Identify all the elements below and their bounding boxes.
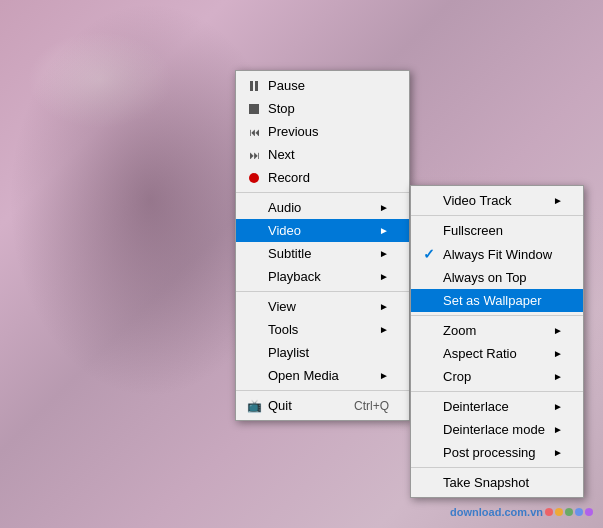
submenu-always-on-top[interactable]: Always on Top	[411, 266, 583, 289]
submenu-sep-1	[411, 215, 583, 216]
menu-item-record[interactable]: Record	[236, 166, 409, 189]
stop-icon	[244, 104, 264, 114]
video-submenu: Video Track ► Fullscreen ✓ Always Fit Wi…	[410, 185, 584, 498]
take-snapshot-label: Take Snapshot	[443, 475, 563, 490]
submenu-fullscreen[interactable]: Fullscreen	[411, 219, 583, 242]
pause-label: Pause	[268, 78, 389, 93]
menu-item-subtitle[interactable]: Subtitle ►	[236, 242, 409, 265]
video-label: Video	[268, 223, 371, 238]
view-label: View	[268, 299, 371, 314]
menu-item-pause[interactable]: Pause	[236, 74, 409, 97]
record-icon	[244, 173, 264, 183]
submenu-zoom[interactable]: Zoom ►	[411, 319, 583, 342]
submenu-take-snapshot[interactable]: Take Snapshot	[411, 471, 583, 494]
fullscreen-label: Fullscreen	[443, 223, 563, 238]
submenu-aspect-ratio[interactable]: Aspect Ratio ►	[411, 342, 583, 365]
watermark: download.com.vn	[450, 506, 593, 518]
audio-label: Audio	[268, 200, 371, 215]
submenu-deinterlace-mode[interactable]: Deinterlace mode ►	[411, 418, 583, 441]
menu-item-playlist[interactable]: Playlist	[236, 341, 409, 364]
dot-5	[585, 508, 593, 516]
playlist-label: Playlist	[268, 345, 389, 360]
deinterlace-arrow: ►	[553, 401, 563, 412]
menu-item-playback[interactable]: Playback ►	[236, 265, 409, 288]
submenu-crop[interactable]: Crop ►	[411, 365, 583, 388]
playback-label: Playback	[268, 269, 371, 284]
open-media-label: Open Media	[268, 368, 371, 383]
menu-item-audio[interactable]: Audio ►	[236, 196, 409, 219]
view-arrow: ►	[379, 301, 389, 312]
submenu-sep-4	[411, 467, 583, 468]
submenu-deinterlace[interactable]: Deinterlace ►	[411, 395, 583, 418]
separator-1	[236, 192, 409, 193]
stop-label: Stop	[268, 101, 389, 116]
open-media-arrow: ►	[379, 370, 389, 381]
next-icon: ⏭	[244, 149, 264, 161]
tools-label: Tools	[268, 322, 371, 337]
dot-2	[555, 508, 563, 516]
zoom-arrow: ►	[553, 325, 563, 336]
next-label: Next	[268, 147, 389, 162]
subtitle-arrow: ►	[379, 248, 389, 259]
previous-label: Previous	[268, 124, 389, 139]
main-context-menu: Pause Stop ⏮ Previous ⏭ Next Record	[235, 70, 410, 421]
video-track-label: Video Track	[443, 193, 545, 208]
menu-item-quit[interactable]: 📺 Quit Ctrl+Q	[236, 394, 409, 417]
separator-3	[236, 390, 409, 391]
dot-3	[565, 508, 573, 516]
post-processing-arrow: ►	[553, 447, 563, 458]
menu-item-next[interactable]: ⏭ Next	[236, 143, 409, 166]
menu-item-stop[interactable]: Stop	[236, 97, 409, 120]
menu-item-open-media[interactable]: Open Media ►	[236, 364, 409, 387]
submenu-video-track[interactable]: Video Track ►	[411, 189, 583, 212]
dot-1	[545, 508, 553, 516]
submenu-set-as-wallpaper[interactable]: Set as Wallpaper	[411, 289, 583, 312]
quit-label: Quit	[268, 398, 334, 413]
menu-item-previous[interactable]: ⏮ Previous	[236, 120, 409, 143]
aspect-ratio-label: Aspect Ratio	[443, 346, 545, 361]
subtitle-label: Subtitle	[268, 246, 371, 261]
set-as-wallpaper-label: Set as Wallpaper	[443, 293, 563, 308]
context-menu-container: Pause Stop ⏮ Previous ⏭ Next Record	[235, 70, 410, 421]
submenu-sep-2	[411, 315, 583, 316]
menu-item-video[interactable]: Video ►	[236, 219, 409, 242]
video-track-arrow: ►	[553, 195, 563, 206]
crop-label: Crop	[443, 369, 545, 384]
watermark-text: download.com.vn	[450, 506, 543, 518]
submenu-sep-3	[411, 391, 583, 392]
aspect-ratio-arrow: ►	[553, 348, 563, 359]
submenu-always-fit-window[interactable]: ✓ Always Fit Window	[411, 242, 583, 266]
deinterlace-label: Deinterlace	[443, 399, 545, 414]
playback-arrow: ►	[379, 271, 389, 282]
menu-item-view[interactable]: View ►	[236, 295, 409, 318]
tools-arrow: ►	[379, 324, 389, 335]
crop-arrow: ►	[553, 371, 563, 382]
quit-icon: 📺	[244, 399, 264, 413]
audio-arrow: ►	[379, 202, 389, 213]
menu-item-tools[interactable]: Tools ►	[236, 318, 409, 341]
separator-2	[236, 291, 409, 292]
post-processing-label: Post processing	[443, 445, 545, 460]
video-arrow: ►	[379, 225, 389, 236]
prev-icon: ⏮	[244, 126, 264, 138]
submenu-post-processing[interactable]: Post processing ►	[411, 441, 583, 464]
record-label: Record	[268, 170, 389, 185]
dot-4	[575, 508, 583, 516]
zoom-label: Zoom	[443, 323, 545, 338]
always-on-top-label: Always on Top	[443, 270, 563, 285]
pause-icon	[244, 81, 264, 91]
deinterlace-mode-arrow: ►	[553, 424, 563, 435]
quit-shortcut: Ctrl+Q	[354, 399, 389, 413]
watermark-dots	[545, 508, 593, 516]
checkmark-icon: ✓	[419, 246, 439, 262]
always-fit-window-label: Always Fit Window	[443, 247, 563, 262]
deinterlace-mode-label: Deinterlace mode	[443, 422, 545, 437]
